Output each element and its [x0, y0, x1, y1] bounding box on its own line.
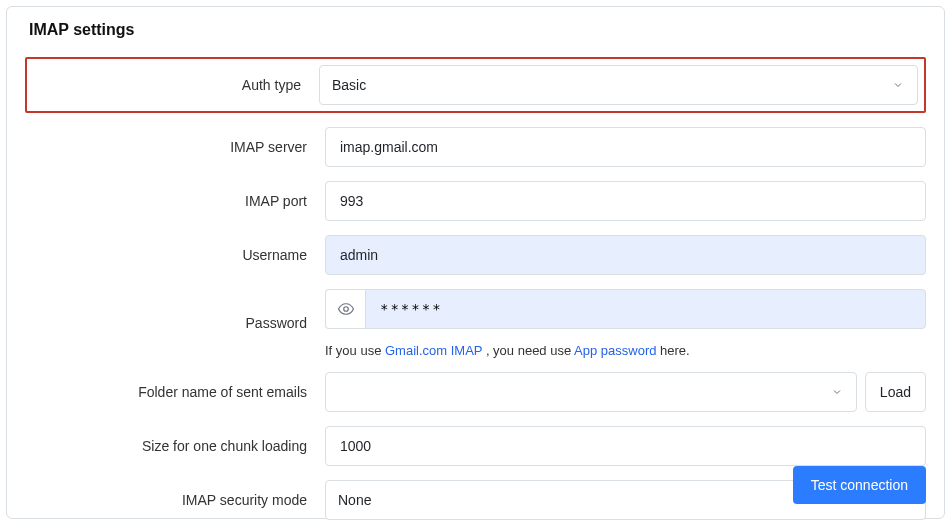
- chevron-down-icon: [891, 78, 905, 92]
- section-title: IMAP settings: [29, 21, 926, 39]
- username-input[interactable]: [338, 246, 913, 264]
- row-security: IMAP security mode None: [25, 480, 926, 520]
- row-password: Password If you use Gmail.com IMAP , you…: [25, 289, 926, 358]
- row-folder: Folder name of sent emails Load: [25, 372, 926, 412]
- highlight-auth-type: Auth type Basic: [25, 57, 926, 113]
- row-imap-port: IMAP port: [25, 181, 926, 221]
- auth-type-select[interactable]: Basic: [319, 65, 918, 105]
- password-input-wrap[interactable]: [365, 289, 926, 329]
- auth-type-value: Basic: [332, 77, 891, 93]
- imap-server-input[interactable]: [338, 138, 913, 156]
- label-security: IMAP security mode: [25, 492, 325, 509]
- label-username: Username: [25, 247, 325, 264]
- test-connection-button[interactable]: Test connection: [793, 466, 926, 504]
- load-button[interactable]: Load: [865, 372, 926, 412]
- chevron-down-icon: [830, 385, 844, 399]
- label-auth-type: Auth type: [33, 77, 319, 94]
- chunk-input[interactable]: [338, 437, 913, 455]
- imap-settings-card: IMAP settings Auth type Basic IMAP serve…: [6, 6, 945, 519]
- row-auth-type: Auth type Basic: [25, 57, 926, 113]
- username-field[interactable]: [325, 235, 926, 275]
- password-field: [325, 289, 926, 329]
- password-hint: If you use Gmail.com IMAP , you need use…: [325, 343, 926, 358]
- svg-point-0: [343, 307, 348, 312]
- app-password-link[interactable]: App password: [574, 343, 656, 358]
- imap-server-field[interactable]: [325, 127, 926, 167]
- footer: Test connection: [793, 466, 926, 504]
- password-input[interactable]: [378, 300, 913, 318]
- eye-icon[interactable]: [325, 289, 365, 329]
- imap-port-input[interactable]: [338, 192, 913, 210]
- row-username: Username: [25, 235, 926, 275]
- label-chunk: Size for one chunk loading: [25, 438, 325, 455]
- label-folder: Folder name of sent emails: [25, 384, 325, 401]
- chunk-field[interactable]: [325, 426, 926, 466]
- row-imap-server: IMAP server: [25, 127, 926, 167]
- imap-port-field[interactable]: [325, 181, 926, 221]
- label-password: Password: [25, 315, 325, 332]
- label-imap-server: IMAP server: [25, 139, 325, 156]
- row-chunk: Size for one chunk loading: [25, 426, 926, 466]
- gmail-imap-link[interactable]: Gmail.com IMAP: [385, 343, 482, 358]
- folder-select[interactable]: [325, 372, 857, 412]
- label-imap-port: IMAP port: [25, 193, 325, 210]
